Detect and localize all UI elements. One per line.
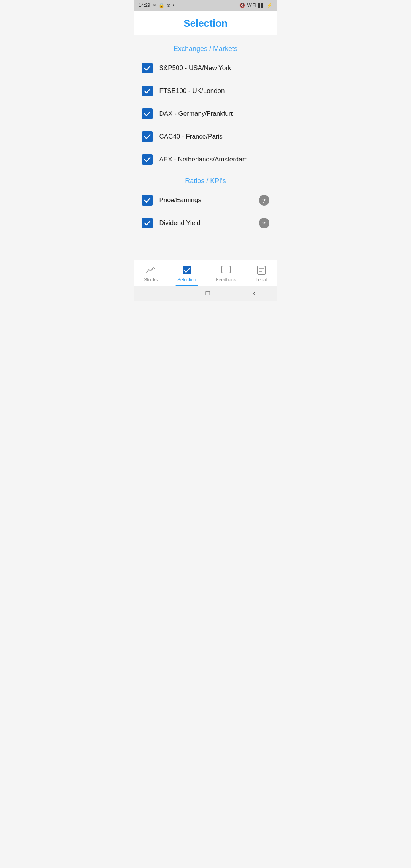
bottom-nav: Stocks Selection ! Feedback: [134, 260, 277, 286]
label-aex: AEX - Netherlands/Amsterdam: [159, 156, 269, 163]
legal-icon: [256, 265, 267, 276]
svg-text:!: !: [225, 267, 226, 271]
exchange-item-aex: AEX - Netherlands/Amsterdam: [134, 148, 277, 171]
label-dy: Dividend Yield: [159, 219, 259, 227]
lock-icon: 🔒: [159, 3, 164, 8]
stocks-icon: [145, 265, 156, 276]
signal-icon: ▌▌: [258, 3, 264, 8]
checkbox-dax[interactable]: [142, 108, 153, 119]
exchange-item-dax: DAX - Germany/Frankfurt: [134, 102, 277, 125]
back-button[interactable]: ‹: [253, 289, 255, 297]
help-pe-icon[interactable]: ?: [259, 195, 269, 206]
feedback-icon: !: [220, 265, 232, 276]
label-pe: Price/Earnings: [159, 196, 259, 204]
page-title: Selection: [183, 18, 228, 29]
help-dy-icon[interactable]: ?: [259, 218, 269, 228]
sync-icon: ⊙: [167, 3, 170, 8]
nav-label-feedback: Feedback: [216, 277, 236, 282]
status-left: 14:29 ✉ 🔒 ⊙ •: [139, 3, 174, 8]
exchange-item-ftse100: FTSE100 - UK/London: [134, 80, 277, 102]
selection-icon: [181, 265, 193, 276]
battery-icon: ⚡: [267, 3, 272, 8]
nav-item-stocks[interactable]: Stocks: [139, 263, 162, 284]
checkbox-pe[interactable]: [142, 195, 153, 206]
checkbox-aex[interactable]: [142, 154, 153, 165]
ratio-item-pe: Price/Earnings ?: [134, 189, 277, 212]
wifi-icon: WiFi: [247, 3, 256, 8]
ratios-section: Ratios / KPI's Price/Earnings ? Dividend…: [134, 171, 277, 235]
label-cac40: CAC40 - France/Paris: [159, 133, 269, 140]
status-right: 🔇 WiFi ▌▌ ⚡: [239, 3, 272, 8]
status-bar: 14:29 ✉ 🔒 ⊙ • 🔇 WiFi ▌▌ ⚡: [134, 0, 277, 11]
nav-label-stocks: Stocks: [144, 277, 158, 282]
menu-button[interactable]: ⋮: [156, 289, 162, 297]
time-display: 14:29: [139, 3, 150, 8]
ratio-item-dy: Dividend Yield ?: [134, 212, 277, 235]
page-header: Selection: [134, 11, 277, 35]
exchange-item-cac40: CAC40 - France/Paris: [134, 125, 277, 148]
nav-item-selection[interactable]: Selection: [173, 263, 201, 284]
home-button[interactable]: □: [206, 289, 210, 297]
main-content: Exchanges / Markets S&P500 - USA/New Yor…: [134, 35, 277, 260]
checkbox-ftse100[interactable]: [142, 86, 153, 96]
checkbox-sp500[interactable]: [142, 63, 153, 73]
nav-label-legal: Legal: [256, 277, 267, 282]
label-dax: DAX - Germany/Frankfurt: [159, 110, 269, 118]
mail-icon: ✉: [153, 3, 156, 8]
ratios-section-header: Ratios / KPI's: [134, 171, 277, 189]
nav-item-feedback[interactable]: ! Feedback: [211, 263, 241, 284]
exchanges-section-header: Exchanges / Markets: [134, 39, 277, 57]
label-ftse100: FTSE100 - UK/London: [159, 87, 269, 95]
mute-icon: 🔇: [239, 3, 245, 8]
exchange-item-sp500: S&P500 - USA/New York: [134, 57, 277, 80]
dot-icon: •: [173, 3, 174, 8]
checkbox-dy[interactable]: [142, 218, 153, 228]
label-sp500: S&P500 - USA/New York: [159, 64, 269, 72]
system-nav-bar: ⋮ □ ‹: [134, 286, 277, 301]
nav-item-legal[interactable]: Legal: [251, 263, 272, 284]
exchanges-section: Exchanges / Markets S&P500 - USA/New Yor…: [134, 39, 277, 171]
checkbox-cac40[interactable]: [142, 131, 153, 142]
nav-label-selection: Selection: [177, 277, 196, 282]
